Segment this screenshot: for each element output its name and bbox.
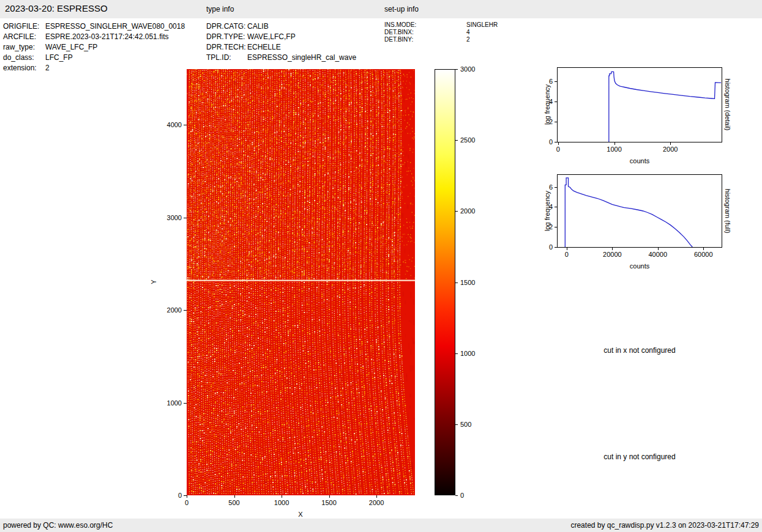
tick-label: 0 <box>549 243 553 251</box>
footer-left-text: powered by QC: www.eso.org/HC <box>3 521 113 530</box>
tick-mark <box>329 495 330 498</box>
info-row-origfile: ORIGFILE:ESPRESSO_SINGLEHR_WAVE080_0018 <box>3 22 185 31</box>
tick-mark <box>184 403 187 404</box>
tick-mark <box>184 310 187 311</box>
tick-mark <box>555 102 557 102</box>
tick-label: 2000 <box>369 499 384 506</box>
tick-mark <box>455 211 458 212</box>
tick-label: 0 <box>185 499 189 506</box>
hist-full-svg <box>558 175 722 247</box>
histogram-detail-side-title: histogram (detail) <box>724 79 731 131</box>
histogram-full-side-title: histogram (full) <box>724 189 731 234</box>
tick-mark <box>612 248 613 250</box>
tick-mark <box>376 495 377 498</box>
tick-label: 40000 <box>648 251 667 258</box>
tick-label: 2000 <box>167 306 182 314</box>
info-value: WAVE_LFC_FP <box>45 43 97 51</box>
info-label: extension: <box>3 64 45 72</box>
histogram-full-x-label: counts <box>630 262 649 270</box>
info-value: ESPRESSO_SINGLEHR_WAVE080_0018 <box>45 22 185 31</box>
info-row-raw-type: raw_type:WAVE_LFC_FP <box>3 43 97 51</box>
tick-mark <box>184 495 187 496</box>
info-label: DPR.TECH: <box>206 43 247 51</box>
tick-mark <box>558 142 559 145</box>
tick-label: 2 <box>549 223 553 231</box>
info-label: ORIGFILE: <box>3 22 45 31</box>
tick-mark <box>555 81 557 82</box>
info-value: 2 <box>466 36 470 43</box>
info-value: ECHELLE <box>247 43 281 51</box>
tick-label: 500 <box>228 499 239 506</box>
info-value: WAVE,LFC,FP <box>247 32 296 41</box>
tick-label: 2000 <box>663 146 678 153</box>
hist-full-line <box>565 178 692 247</box>
histogram-detail-x-label: counts <box>630 157 649 164</box>
info-value: CALIB <box>247 22 269 31</box>
tick-label: 20000 <box>603 251 622 258</box>
tick-mark <box>555 142 557 142</box>
raw-frame-heatmap <box>187 69 415 495</box>
raw-y-axis-label: Y <box>150 279 157 284</box>
tick-mark <box>555 247 557 248</box>
info-value: ESPRE.2023-03-21T17:24:42.051.fits <box>45 32 168 41</box>
info-label: DET.BINY: <box>384 36 466 43</box>
tick-mark <box>455 283 458 283</box>
tick-label: 1500 <box>460 279 475 286</box>
info-label: INS.MODE: <box>384 21 466 28</box>
tick-mark <box>455 424 458 425</box>
info-value: SINGLEHR <box>466 21 498 28</box>
tick-label: 0 <box>549 138 553 146</box>
header-bar: 2023-03-20: ESPRESSO type info set-up in… <box>0 0 762 18</box>
tick-mark <box>555 207 557 207</box>
info-value: ESPRESSO_singleHR_cal_wave <box>247 53 356 62</box>
info-row-do-class: do_class:LFC_FP <box>3 53 73 62</box>
tick-mark <box>282 495 282 498</box>
hist-detail-line <box>609 72 721 142</box>
tick-label: 4 <box>549 203 553 210</box>
info-label: do_class: <box>3 53 45 62</box>
tick-mark <box>555 227 557 227</box>
info-label: DPR.TYPE: <box>206 32 247 41</box>
info-label: DET.BINX: <box>384 29 466 35</box>
info-row-extension: extension:2 <box>3 64 50 72</box>
tick-label: 1000 <box>167 399 182 407</box>
tick-mark <box>703 248 704 250</box>
info-value: 4 <box>466 29 470 35</box>
info-value: 2 <box>45 64 50 72</box>
tick-label: 4 <box>549 98 553 105</box>
tick-mark <box>184 218 187 218</box>
tick-label: 2 <box>549 118 553 125</box>
info-row-det-binx: DET.BINX:4 <box>384 29 470 35</box>
info-label: TPL.ID: <box>206 53 247 62</box>
tick-label: 0 <box>565 251 569 258</box>
info-row-dpr-catg: DPR.CATG:CALIB <box>206 22 269 31</box>
cut-x-message: cut in x not configured <box>603 346 675 355</box>
tick-mark <box>455 353 458 354</box>
qc-report-page: 2023-03-20: ESPRESSO type info set-up in… <box>0 0 762 532</box>
info-row-dpr-tech: DPR.TECH:ECHELLE <box>206 43 281 51</box>
tick-mark <box>658 248 659 250</box>
tick-mark <box>455 140 458 141</box>
footer-right-text: created by qc_rawdisp.py v1.2.3 on 2023-… <box>570 521 759 530</box>
tick-label: 0 <box>460 492 464 499</box>
info-row-ins-mode: INS.MODE:SINGLEHR <box>384 21 498 28</box>
info-row-arcfile: ARCFILE:ESPRE.2023-03-21T17:24:42.051.fi… <box>3 32 168 41</box>
tick-mark <box>555 187 557 188</box>
tick-mark <box>455 495 458 496</box>
info-row-det-biny: DET.BINY:2 <box>384 36 470 43</box>
tick-label: 1000 <box>607 146 621 153</box>
page-title: 2023-03-20: ESPRESSO <box>5 3 108 13</box>
info-value: LFC_FP <box>45 53 73 62</box>
tick-label: 2000 <box>460 207 475 215</box>
tick-label: 6 <box>549 183 553 191</box>
tick-label: 3000 <box>167 214 182 221</box>
tick-mark <box>555 122 557 122</box>
tick-label: 6 <box>549 78 553 85</box>
tick-label: 2500 <box>460 136 475 144</box>
tick-mark <box>567 248 567 250</box>
colorbar <box>435 69 455 495</box>
tick-mark <box>187 495 187 498</box>
info-label: ARCFILE: <box>3 32 45 41</box>
tick-label: 1500 <box>321 499 336 506</box>
cut-y-message: cut in y not configured <box>603 453 675 461</box>
